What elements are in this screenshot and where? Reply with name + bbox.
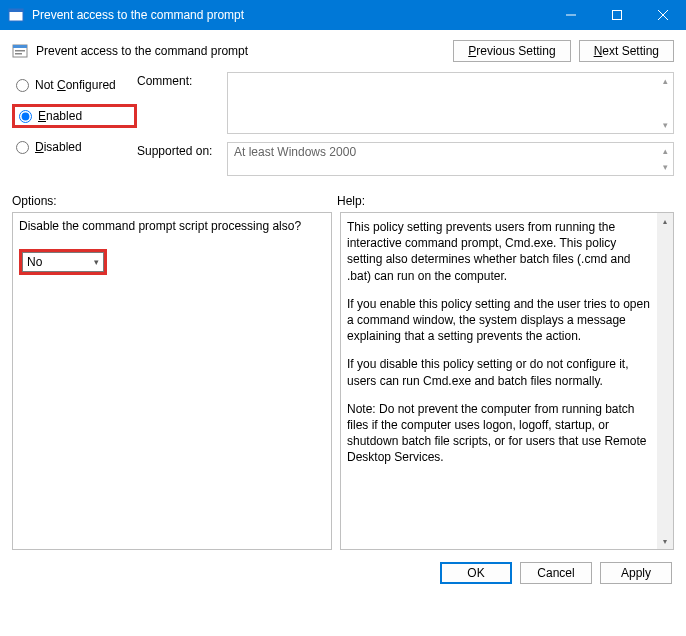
svg-rect-8 xyxy=(15,50,25,52)
svg-rect-1 xyxy=(9,9,23,12)
help-section-label: Help: xyxy=(337,194,365,208)
policy-icon xyxy=(12,43,28,59)
scroll-down-icon[interactable]: ▾ xyxy=(659,119,671,131)
help-paragraph: If you disable this policy setting or do… xyxy=(347,356,653,388)
comment-textarea[interactable]: ▴ ▾ xyxy=(227,72,674,134)
options-panel: Disable the command prompt script proces… xyxy=(12,212,332,550)
help-paragraph: Note: Do not prevent the computer from r… xyxy=(347,401,653,466)
radio-enabled-input[interactable] xyxy=(19,110,32,123)
dialog-header: Prevent access to the command prompt Pre… xyxy=(12,40,674,62)
cancel-button[interactable]: Cancel xyxy=(520,562,592,584)
previous-setting-button[interactable]: Previous Setting xyxy=(453,40,570,62)
radio-not-configured[interactable]: Not Configured xyxy=(12,76,137,94)
svg-rect-3 xyxy=(613,11,622,20)
supported-on-field: At least Windows 2000 ▴ ▾ xyxy=(227,142,674,176)
scroll-up-icon[interactable]: ▴ xyxy=(659,75,671,87)
radio-enabled[interactable]: Enabled xyxy=(12,104,137,128)
help-scrollbar[interactable]: ▴ ▾ xyxy=(657,213,673,549)
state-radio-group: Not Configured Enabled Disabled xyxy=(12,72,137,184)
radio-not-configured-label: Not Configured xyxy=(35,78,116,92)
maximize-button[interactable] xyxy=(594,0,640,30)
help-text: This policy setting prevents users from … xyxy=(347,219,667,465)
ok-button[interactable]: OK xyxy=(440,562,512,584)
next-setting-button[interactable]: Next Setting xyxy=(579,40,674,62)
supported-label: Supported on: xyxy=(137,142,227,176)
minimize-button[interactable] xyxy=(548,0,594,30)
option-question: Disable the command prompt script proces… xyxy=(19,219,325,233)
scroll-up-icon[interactable]: ▴ xyxy=(659,145,671,157)
apply-button[interactable]: Apply xyxy=(600,562,672,584)
disable-script-select[interactable]: No ▾ xyxy=(22,252,104,272)
radio-disabled-label: Disabled xyxy=(35,140,82,154)
scrollbar-track[interactable] xyxy=(657,229,673,533)
close-button[interactable] xyxy=(640,0,686,30)
window-title: Prevent access to the command prompt xyxy=(32,8,548,22)
radio-not-configured-input[interactable] xyxy=(16,79,29,92)
radio-enabled-label: Enabled xyxy=(38,109,82,123)
scroll-up-icon[interactable]: ▴ xyxy=(657,213,673,229)
titlebar: Prevent access to the command prompt xyxy=(0,0,686,30)
options-section-label: Options: xyxy=(12,194,337,208)
scroll-down-icon[interactable]: ▾ xyxy=(657,533,673,549)
help-panel: This policy setting prevents users from … xyxy=(340,212,674,550)
radio-disabled[interactable]: Disabled xyxy=(12,138,137,156)
svg-rect-9 xyxy=(15,53,22,55)
svg-rect-7 xyxy=(13,45,27,48)
dialog-footer: OK Cancel Apply xyxy=(12,562,674,584)
select-value: No xyxy=(27,255,42,269)
help-paragraph: If you enable this policy setting and th… xyxy=(347,296,653,345)
chevron-down-icon: ▾ xyxy=(94,257,99,267)
help-paragraph: This policy setting prevents users from … xyxy=(347,219,653,284)
policy-title: Prevent access to the command prompt xyxy=(36,44,453,58)
supported-on-value: At least Windows 2000 xyxy=(234,145,356,159)
comment-label: Comment: xyxy=(137,72,227,134)
radio-disabled-input[interactable] xyxy=(16,141,29,154)
app-icon xyxy=(8,7,24,23)
scroll-down-icon[interactable]: ▾ xyxy=(659,161,671,173)
